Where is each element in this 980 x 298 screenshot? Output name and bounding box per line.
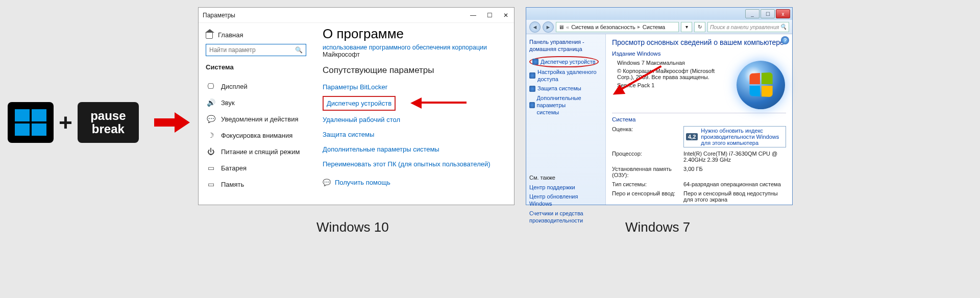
rating-badge: 4,2	[686, 133, 698, 140]
refresh-dropdown[interactable]: ▾	[681, 22, 692, 32]
shield-icon	[532, 59, 538, 65]
link-system-protection[interactable]: Защита системы	[529, 84, 602, 93]
maximize-button[interactable]: ☐	[761, 9, 775, 18]
control-panel-search[interactable]: Поиск в панели управления 🔍	[707, 22, 789, 32]
nav-display[interactable]: 🖵Дисплей	[206, 78, 306, 94]
rating-row: Оценка: 4,2 Нужно обновить индекс произв…	[612, 125, 786, 149]
help-icon[interactable]: ?	[781, 36, 789, 44]
help-bubble-icon: 💬	[323, 179, 331, 186]
system-type-row: Тип системы:64-разрядная операционная си…	[612, 180, 786, 189]
system-heading: Система	[612, 116, 786, 122]
home-icon	[206, 32, 213, 39]
breadcrumb[interactable]: 🖥 « Система и безопасность ▸ Система	[556, 22, 679, 32]
speaker-icon: 🔊	[207, 98, 215, 107]
window-title: Параметры	[203, 12, 235, 19]
win10-settings-window: Параметры — ☐ ✕ Главная 🔍 Система 🖵Диспл…	[198, 7, 514, 205]
link-performance-tools[interactable]: Счетчики и средствапроизводительности	[529, 209, 602, 226]
key-combo: + pause break	[8, 102, 190, 143]
shield-icon	[529, 86, 535, 92]
minimize-button[interactable]: _	[745, 9, 760, 18]
nav-power[interactable]: ⏻Питание и спящий режим	[206, 143, 306, 160]
win10-titlebar: Параметры — ☐ ✕	[199, 8, 514, 23]
link-advanced-system[interactable]: Дополнительные параметрысистемы	[529, 93, 602, 117]
see-also-label: См. также	[529, 175, 602, 181]
related-heading: Сопутствующие параметры	[323, 65, 505, 76]
caption-win10: Windows 10	[316, 219, 389, 235]
win7-titlebar: _ ☐ x	[526, 8, 792, 20]
edition-heading: Издание Windows	[612, 51, 786, 57]
win10-sidebar: Главная 🔍 Система 🖵Дисплей 🔊Звук 💬Уведом…	[199, 23, 313, 205]
maximize-button[interactable]: ☐	[485, 12, 494, 19]
category-title: Система	[206, 63, 306, 71]
nav-focus[interactable]: ☽Фокусировка внимания	[206, 127, 306, 143]
shield-icon	[529, 72, 535, 79]
nav-notifications[interactable]: 💬Уведомления и действия	[206, 111, 306, 127]
link-rename-pc[interactable]: Переименовать этот ПК (для опытных польз…	[323, 157, 505, 171]
win7-main: ? Просмотр основных сведений о вашем ком…	[606, 34, 792, 205]
link-device-manager[interactable]: Диспетчер устройств	[529, 56, 599, 67]
search-icon: 🔍	[780, 23, 787, 30]
ms-terms-link[interactable]: использование программного обеспечения к…	[323, 44, 505, 58]
windows-logo-icon	[737, 61, 785, 109]
win7-address-bar: ◄ ► 🖥 « Система и безопасность ▸ Система…	[526, 20, 792, 34]
home-nav[interactable]: Главная	[206, 28, 306, 44]
control-panel-home-link[interactable]: Панель управления -домашняя страница	[529, 38, 602, 53]
arrow-annotation-icon	[410, 97, 467, 109]
caption-win7: Windows 7	[625, 219, 690, 235]
chat-icon: 💬	[207, 115, 215, 123]
arrow-right-icon	[154, 112, 190, 133]
storage-icon: ▭	[207, 180, 215, 188]
link-bitlocker[interactable]: Параметры BitLocker	[323, 80, 505, 94]
close-button[interactable]: ✕	[502, 12, 510, 19]
search-input[interactable]: 🔍	[206, 44, 306, 56]
win10-main: О программе использование программного о…	[313, 23, 514, 205]
get-help-link[interactable]: 💬 Получить помощь	[323, 179, 505, 186]
win7-system-window: _ ☐ x ◄ ► 🖥 « Система и безопасность ▸ С…	[526, 7, 793, 205]
plus-sign: +	[59, 109, 72, 136]
page-heading: Просмотр основных сведений о вашем компь…	[612, 38, 786, 46]
battery-icon: ▭	[207, 164, 215, 172]
nav-battery[interactable]: ▭Батарея	[206, 160, 306, 176]
pen-touch-row: Перо и сенсорный ввод:Перо и сенсорный в…	[612, 189, 786, 204]
link-remote-settings[interactable]: Настройка удаленногодоступа	[529, 67, 602, 84]
nav-sound[interactable]: 🔊Звук	[206, 94, 306, 111]
shield-icon	[529, 102, 535, 108]
refresh-button[interactable]: ↻	[694, 22, 705, 32]
link-advanced-system[interactable]: Дополнительные параметры системы	[323, 142, 505, 157]
link-windows-update[interactable]: Центр обновления Windows	[529, 192, 602, 209]
nav-storage[interactable]: ▭Память	[206, 176, 306, 192]
win7-sidebar: Панель управления -домашняя страница Дис…	[526, 34, 606, 205]
page-heading: О программе	[323, 26, 505, 42]
back-button[interactable]: ◄	[529, 21, 541, 33]
link-action-center[interactable]: Центр поддержки	[529, 183, 602, 192]
minimize-button[interactable]: —	[469, 12, 477, 19]
link-system-protection[interactable]: Защита системы	[323, 127, 505, 142]
ram-row: Установленная память (ОЗУ):3,00 ГБ	[612, 164, 786, 180]
link-device-manager[interactable]: Диспетчер устройств	[323, 96, 396, 111]
windows-key-icon	[8, 102, 54, 143]
monitor-icon: 🖵	[207, 82, 215, 90]
close-button[interactable]: x	[776, 9, 790, 18]
computer-icon: 🖥	[558, 24, 564, 30]
moon-icon: ☽	[207, 131, 215, 139]
power-icon: ⏻	[207, 147, 215, 156]
pause-break-key: pause break	[78, 102, 139, 143]
link-remote-desktop[interactable]: Удаленный рабочий стол	[323, 112, 505, 127]
search-icon: 🔍	[295, 46, 303, 54]
forward-button[interactable]: ►	[543, 21, 554, 33]
cpu-row: Процессор:Intel(R) Core(TM) i7-3630QM CP…	[612, 149, 786, 164]
rating-box[interactable]: 4,2 Нужно обновить индекс производительн…	[683, 126, 786, 147]
